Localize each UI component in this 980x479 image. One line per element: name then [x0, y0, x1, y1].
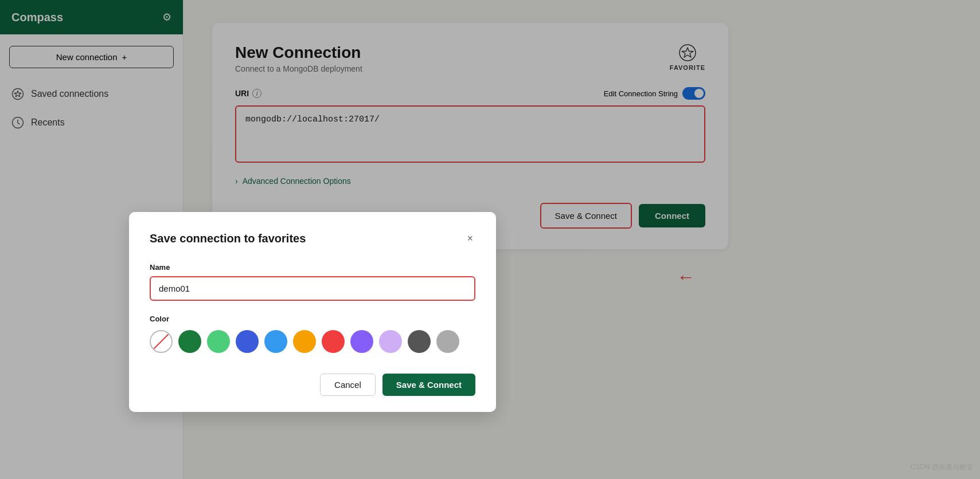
modal-overlay: Save connection to favorites × Name Colo…: [0, 0, 980, 479]
color-swatch-yellow[interactable]: [293, 330, 316, 353]
color-swatch-gray-dark[interactable]: [408, 330, 431, 353]
color-swatches: [150, 330, 475, 353]
modal-save-connect-button[interactable]: Save & Connect: [382, 374, 475, 396]
color-swatch-blue[interactable]: [264, 330, 287, 353]
modal-title: Save connection to favorites: [150, 232, 306, 245]
color-swatch-gray-light[interactable]: [436, 330, 459, 353]
color-swatch-green-light[interactable]: [207, 330, 230, 353]
color-section: Color: [150, 315, 475, 353]
save-favorites-modal: Save connection to favorites × Name Colo…: [129, 212, 496, 412]
cancel-button[interactable]: Cancel: [320, 374, 376, 396]
name-input[interactable]: [152, 278, 473, 299]
modal-header: Save connection to favorites ×: [150, 230, 475, 247]
name-label: Name: [150, 263, 475, 272]
color-swatch-green-dark[interactable]: [178, 330, 201, 353]
color-swatch-pink[interactable]: [379, 330, 402, 353]
color-label: Color: [150, 315, 475, 323]
modal-footer: Cancel Save & Connect: [150, 374, 475, 396]
color-swatch-none[interactable]: [150, 330, 173, 353]
watermark: CSDN @东离与糖宝: [910, 462, 973, 472]
color-swatch-red[interactable]: [322, 330, 345, 353]
modal-close-button[interactable]: ×: [464, 230, 475, 247]
color-swatch-blue-dark[interactable]: [236, 330, 259, 353]
color-swatch-purple[interactable]: [350, 330, 373, 353]
name-input-wrapper: [150, 276, 475, 301]
name-field: Name: [150, 263, 475, 301]
